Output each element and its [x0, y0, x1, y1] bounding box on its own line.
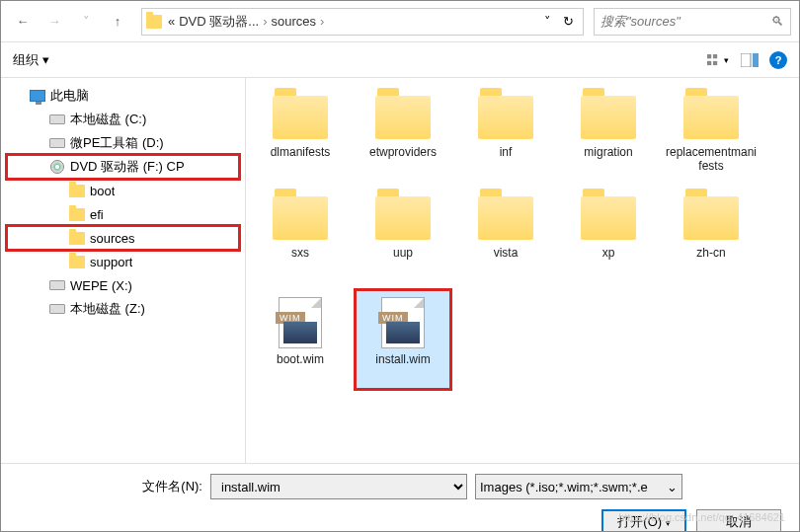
tree-item-label: WEPE (X:) [70, 278, 132, 293]
folder-icon [68, 183, 86, 198]
drive-icon [48, 112, 66, 127]
file-label: dlmanifests [271, 145, 331, 159]
tree-item[interactable]: WEPE (X:) [5, 273, 241, 297]
tree-item[interactable]: sources [5, 226, 241, 250]
folder-icon [273, 196, 328, 240]
folder-icon [273, 96, 328, 139]
folder-icon [581, 196, 636, 240]
folder-item[interactable]: sxs [254, 190, 347, 287]
folder-icon [68, 230, 86, 246]
cancel-button[interactable]: 取消 [696, 509, 781, 532]
folder-icon [375, 196, 431, 240]
nav-up-button[interactable]: ↑ [104, 8, 131, 36]
chevron-right-icon: › [320, 14, 324, 29]
tree-item-label: DVD 驱动器 (F:) CP [70, 158, 185, 176]
tree-item-label: 微PE工具箱 (D:) [70, 134, 164, 152]
search-icon[interactable]: 🔍︎ [771, 14, 784, 29]
file-grid[interactable]: dlmanifestsetwprovidersinfmigrationrepla… [246, 78, 799, 463]
file-label: etwproviders [369, 145, 437, 159]
tree-item[interactable]: efi [5, 202, 241, 226]
folder-item[interactable]: xp [562, 190, 655, 287]
tree-item-label: boot [90, 184, 115, 198]
tree-item-label: sources [90, 231, 135, 246]
file-label: vista [494, 246, 519, 260]
view-options-button[interactable]: ▾ [706, 50, 730, 70]
monitor-icon [29, 88, 46, 104]
file-label: zh-cn [696, 246, 725, 260]
svg-rect-3 [713, 60, 717, 64]
tree-item-label: 本地磁盘 (Z:) [70, 300, 145, 318]
toolbar: 组织 ▾ ▾ ? [1, 42, 799, 78]
drive-icon [48, 301, 66, 317]
tree-item[interactable]: 本地磁盘 (Z:) [5, 297, 241, 321]
file-item[interactable]: WIMinstall.wim [357, 291, 449, 388]
folder-item[interactable]: uup [357, 190, 449, 287]
file-type-filter[interactable]: Images (*.iso;*.wim;*.swm;*.e⌄ [475, 474, 682, 499]
folder-icon [68, 254, 86, 269]
search-box[interactable]: 🔍︎ [594, 8, 791, 36]
tree-item-label: 此电脑 [50, 87, 89, 105]
tree-item[interactable]: 微PE工具箱 (D:) [5, 131, 241, 155]
folder-item[interactable]: migration [562, 90, 655, 187]
svg-rect-4 [741, 53, 751, 67]
folder-icon [146, 15, 162, 29]
nav-recent-dropdown[interactable]: ˅ [72, 8, 100, 36]
tree-item-label: efi [90, 207, 104, 222]
sidebar-tree[interactable]: 此电脑本地磁盘 (C:)微PE工具箱 (D:)DVD 驱动器 (F:) CPbo… [1, 78, 246, 463]
tree-item[interactable]: 本地磁盘 (C:) [5, 108, 241, 131]
tree-item-label: support [90, 255, 132, 269]
tree-item-label: 本地磁盘 (C:) [70, 111, 146, 128]
folder-item[interactable]: etwproviders [357, 90, 449, 187]
nav-forward-button[interactable]: → [40, 8, 68, 36]
svg-rect-5 [753, 53, 759, 67]
file-label: uup [393, 246, 413, 260]
svg-rect-2 [707, 60, 711, 64]
file-label: xp [602, 246, 615, 260]
folder-icon [478, 196, 533, 240]
file-label: migration [584, 145, 632, 159]
open-button[interactable]: 打开(O) ▾ [601, 509, 686, 532]
filename-label: 文件名(N): [15, 478, 202, 495]
folder-icon [68, 206, 86, 222]
folder-icon [683, 196, 739, 240]
folder-icon [375, 96, 431, 139]
folder-item[interactable]: vista [459, 190, 552, 287]
folder-icon [478, 96, 533, 139]
folder-item[interactable]: zh-cn [665, 190, 758, 287]
file-label: sxs [291, 246, 309, 260]
breadcrumb-item[interactable]: sources [271, 14, 316, 29]
organize-button[interactable]: 组织 [13, 51, 39, 69]
folder-item[interactable]: inf [459, 90, 552, 187]
tree-item[interactable]: boot [5, 179, 241, 202]
search-input[interactable] [600, 14, 767, 29]
dvd-icon [48, 159, 66, 175]
folder-item[interactable]: replacementmanifests [665, 90, 758, 187]
folder-icon [581, 96, 636, 139]
file-label: replacementmanifests [665, 145, 758, 174]
refresh-button[interactable]: ↻ [557, 11, 579, 33]
help-button[interactable]: ? [769, 51, 787, 69]
content-area: 此电脑本地磁盘 (C:)微PE工具箱 (D:)DVD 驱动器 (F:) CPbo… [1, 78, 799, 463]
address-bar[interactable]: « DVD 驱动器... › sources › ˅ ↻ [141, 8, 584, 36]
file-item[interactable]: WIMboot.wim [254, 291, 347, 388]
drive-icon [48, 135, 66, 151]
file-label: boot.wim [277, 352, 324, 366]
address-dropdown-icon[interactable]: ˅ [544, 14, 551, 29]
nav-back-button[interactable]: ← [9, 8, 37, 36]
wim-file-icon: WIM [381, 297, 425, 348]
filename-input[interactable]: install.wim [210, 474, 467, 499]
preview-pane-button[interactable] [738, 50, 761, 70]
breadcrumb[interactable]: « DVD 驱动器... › sources › [168, 13, 538, 31]
dropdown-icon[interactable]: ▾ [42, 52, 49, 67]
file-label: install.wim [375, 352, 430, 366]
navigation-bar: ← → ˅ ↑ « DVD 驱动器... › sources › ˅ ↻ 🔍︎ [1, 1, 799, 42]
wim-file-icon: WIM [279, 297, 322, 348]
breadcrumb-item[interactable]: DVD 驱动器... [179, 13, 259, 31]
tree-item[interactable]: 此电脑 [5, 84, 241, 108]
tree-item[interactable]: support [5, 250, 241, 273]
tree-item[interactable]: DVD 驱动器 (F:) CP [5, 155, 241, 179]
folder-item[interactable]: dlmanifests [254, 90, 347, 187]
bottom-bar: 文件名(N): install.wim Images (*.iso;*.wim;… [1, 463, 799, 532]
chevron-right-icon: › [263, 14, 267, 29]
folder-icon [683, 96, 739, 139]
